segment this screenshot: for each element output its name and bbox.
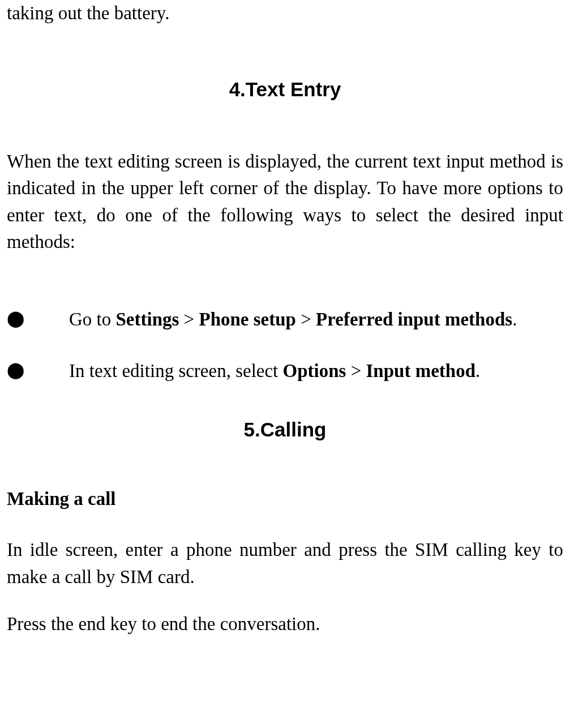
list-item-text: In text editing screen, select Options >… (69, 358, 563, 384)
bold-phone-setup: Phone setup (199, 309, 295, 329)
orphan-paragraph: taking out the battery. (7, 0, 563, 26)
text-segment: . (475, 361, 480, 381)
bold-input-method: Input method (366, 361, 475, 381)
section-5-para-2: Press the end key to end the conversatio… (7, 611, 563, 637)
bold-options: Options (283, 361, 346, 381)
bullet-icon: ⬤ (7, 358, 69, 382)
list-item-text: Go to Settings > Phone setup > Preferred… (69, 306, 563, 333)
section-5-subtitle: Making a call (7, 489, 563, 509)
bold-preferred-input: Preferred input methods (316, 309, 512, 329)
bullet-icon: ⬤ (7, 306, 69, 330)
text-segment: > (296, 309, 316, 329)
list-item: ⬤ Go to Settings > Phone setup > Preferr… (7, 306, 563, 333)
text-segment: Go to (69, 309, 116, 329)
section-4-heading: 4.Text Entry (7, 78, 563, 101)
text-segment: In text editing screen, select (69, 361, 283, 381)
section-4-bullets: ⬤ Go to Settings > Phone setup > Preferr… (7, 306, 563, 384)
section-5-heading: 5.Calling (7, 418, 563, 441)
text-segment: . (512, 309, 517, 329)
list-item: ⬤ In text editing screen, select Options… (7, 358, 563, 384)
section-5-para-1: In idle screen, enter a phone number and… (7, 537, 563, 590)
text-segment: > (346, 361, 366, 381)
text-segment: > (179, 309, 199, 329)
section-4-intro: When the text editing screen is displaye… (7, 148, 563, 255)
bold-settings: Settings (116, 309, 179, 329)
